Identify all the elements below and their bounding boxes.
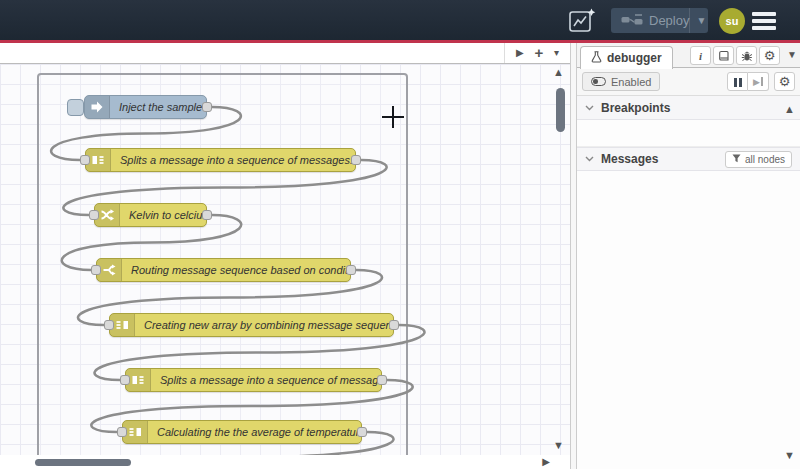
book-icon[interactable]	[713, 46, 734, 65]
inject-arrow-icon	[85, 96, 110, 118]
node-label: Splits a message into a sequence of mess…	[111, 149, 355, 171]
inject-trigger-button[interactable]	[67, 99, 84, 116]
node-output-port[interactable]	[202, 210, 212, 220]
sidebar-tab-bar: debugger i ⚙ ▼	[577, 43, 800, 68]
node-output-port[interactable]	[357, 427, 367, 437]
debugger-settings-gear-icon[interactable]: ⚙	[774, 72, 795, 91]
chevron-down-icon	[585, 156, 594, 162]
node-output-port[interactable]	[346, 265, 356, 275]
flow-canvas[interactable]: Inject the sample dataSplits a message i…	[0, 64, 570, 455]
step-next-icon: ▶	[753, 77, 763, 87]
node-input-port[interactable]	[89, 210, 99, 220]
node-input-port[interactable]	[91, 265, 101, 275]
workspace-tab-bar: ▶ + ▾	[0, 43, 570, 64]
canvas-scroll-right-icon[interactable]: ▶	[542, 456, 550, 467]
user-avatar[interactable]: su	[719, 8, 745, 34]
workspace-tab-controls: ▶ + ▾	[504, 43, 570, 63]
node-output-port[interactable]	[377, 375, 387, 385]
sidebar-scroll-down-icon[interactable]: ▼	[784, 449, 795, 461]
node-input-port[interactable]	[80, 155, 90, 165]
canvas-scroll-up-icon[interactable]: ▲	[553, 66, 564, 78]
canvas-vertical-scrollbar[interactable]	[556, 88, 565, 132]
node-output-port[interactable]	[351, 155, 361, 165]
flow-node-split[interactable]: Splits a message into a sequence of mess…	[85, 148, 356, 172]
scroll-tabs-right-icon[interactable]: ▶	[516, 48, 524, 58]
info-icon[interactable]: i	[690, 46, 711, 65]
node-label: Creating new array by combining message …	[135, 314, 393, 336]
breakpoints-label: Breakpoints	[601, 101, 670, 115]
sidebar-splitter[interactable]	[570, 43, 577, 469]
canvas-horizontal-scrollbar[interactable]	[35, 459, 131, 466]
toggle-icon	[591, 77, 606, 86]
messages-section-header[interactable]: Messages all nodes	[577, 147, 800, 171]
flask-icon	[591, 51, 602, 66]
node-red-app: Deploy ▼ su ▶ + ▾ Inject the sample data…	[0, 0, 800, 469]
deploy-label: Deploy	[649, 13, 689, 28]
deploy-options-caret[interactable]: ▼	[689, 8, 713, 33]
node-output-port[interactable]	[202, 102, 212, 112]
debugger-toolbar: Enabled ▶ ⚙	[577, 68, 800, 96]
tab-debugger-label: debugger	[607, 51, 662, 65]
flow-node-inject[interactable]: Inject the sample data	[84, 95, 207, 119]
node-label: Routing message sequence based on condit…	[122, 259, 350, 281]
node-input-port[interactable]	[104, 320, 114, 330]
deploy-nodes-icon	[621, 14, 643, 27]
add-flow-button[interactable]: +	[534, 45, 543, 60]
canvas-scroll-down-icon[interactable]: ▼	[553, 439, 564, 451]
node-label: Kelvin to celcius	[120, 204, 206, 226]
canvas-horizontal-scroll-area: ▶	[0, 455, 570, 469]
step-next-button[interactable]: ▶	[748, 72, 769, 91]
flow-node-join[interactable]: Creating new array by combining message …	[109, 313, 394, 337]
funnel-icon	[732, 154, 741, 165]
bug-icon[interactable]	[736, 46, 757, 65]
flow-chart-sparkle-icon[interactable]	[567, 7, 597, 34]
messages-label: Messages	[601, 152, 658, 166]
chevron-down-icon	[585, 105, 594, 111]
breakpoints-section-header[interactable]: Breakpoints	[577, 96, 800, 120]
debugger-enabled-toggle[interactable]: Enabled	[582, 72, 660, 91]
flow-node-change[interactable]: Kelvin to celcius	[94, 203, 207, 227]
avatar-initials: su	[726, 15, 739, 27]
message-filter-label: all nodes	[745, 154, 785, 165]
node-label: Calculating the the average of temperatu…	[148, 421, 361, 443]
pause-icon	[733, 73, 743, 91]
flow-node-switch[interactable]: Routing message sequence based on condit…	[96, 258, 351, 282]
message-filter-button[interactable]: all nodes	[725, 151, 792, 168]
flow-list-caret-icon[interactable]: ▾	[554, 48, 559, 58]
node-label: Splits a message into a sequence of mess…	[151, 369, 381, 391]
node-input-port[interactable]	[117, 427, 127, 437]
pause-button[interactable]	[727, 72, 748, 91]
deploy-button[interactable]: Deploy ▼	[611, 8, 708, 33]
sidebar-scroll-up-icon[interactable]: ▲	[784, 103, 795, 115]
gear-icon[interactable]: ⚙	[759, 46, 780, 65]
enabled-label: Enabled	[611, 76, 651, 88]
flow-node-split[interactable]: Splits a message into a sequence of mess…	[125, 368, 382, 392]
sidebar-tabs-caret-icon[interactable]: ▼	[787, 49, 797, 60]
flow-node-join[interactable]: Calculating the the average of temperatu…	[122, 420, 362, 444]
header-bar: Deploy ▼ su	[0, 0, 800, 43]
debug-sidebar: debugger i ⚙ ▼	[577, 43, 800, 469]
node-output-port[interactable]	[389, 320, 399, 330]
node-input-port[interactable]	[120, 375, 130, 385]
hamburger-menu-icon[interactable]	[752, 12, 776, 31]
breakpoints-list	[577, 120, 800, 147]
tab-debugger[interactable]: debugger	[580, 46, 673, 69]
node-label: Inject the sample data	[110, 96, 206, 118]
